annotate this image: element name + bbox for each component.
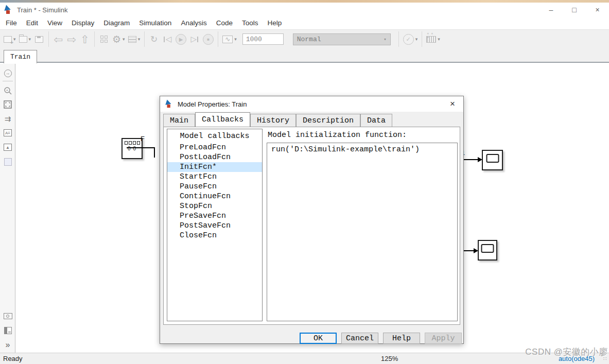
- menu-help[interactable]: Help: [263, 17, 286, 29]
- init-function-editor[interactable]: run('D:\Simulink-example\train'): [267, 143, 458, 321]
- run-button[interactable]: ▶: [174, 31, 188, 47]
- save-button[interactable]: [32, 31, 46, 47]
- image-button[interactable]: ▲: [0, 142, 15, 152]
- dialog-close-button[interactable]: ×: [447, 99, 458, 109]
- list-item-presavefcn[interactable]: PreSaveFcn: [167, 211, 262, 221]
- dialog-button-row: OK Cancel Help Apply: [300, 333, 462, 344]
- menu-display[interactable]: Display: [67, 17, 99, 29]
- list-item-postsavefcn[interactable]: PostSaveFcn: [167, 221, 262, 231]
- list-item-preloadfcn[interactable]: PreLoadFcn: [167, 143, 262, 152]
- chevron-down-icon[interactable]: ▾: [234, 37, 237, 42]
- signal-routing-button[interactable]: ⇉: [0, 114, 15, 124]
- model-config-button[interactable]: ▾: [127, 31, 142, 47]
- tab-train[interactable]: Train: [4, 50, 37, 63]
- simulink-window: Train * - Simulink – □ × File Edit View …: [0, 0, 609, 364]
- step-forward-button[interactable]: ▷: [188, 31, 201, 47]
- stop-button[interactable]: ■: [201, 31, 215, 47]
- up-to-parent-button[interactable]: ⇧: [78, 31, 92, 47]
- chevron-down-icon[interactable]: ▾: [29, 37, 31, 42]
- new-model-icon: [4, 36, 12, 43]
- signal-wire[interactable]: [154, 147, 155, 158]
- chevron-down-icon[interactable]: ▾: [415, 37, 418, 42]
- simulation-mode-select[interactable]: Normal▾: [293, 33, 391, 45]
- tab-description[interactable]: Description: [296, 114, 360, 127]
- dialog-title-bar[interactable]: Model Properties: Train ×: [160, 96, 463, 112]
- scope-block-2[interactable]: [478, 240, 497, 261]
- chevron-down-icon[interactable]: ▾: [123, 37, 125, 42]
- zoom-tool-button[interactable]: +: [0, 85, 15, 96]
- simulation-display-button[interactable]: ∿▾: [221, 31, 238, 47]
- open-model-button[interactable]: ▾: [18, 31, 33, 47]
- build-button[interactable]: ▾: [425, 31, 442, 47]
- help-button[interactable]: Help: [383, 333, 420, 344]
- scope-block-1[interactable]: [482, 150, 503, 170]
- close-button[interactable]: ×: [586, 3, 609, 17]
- step-back-button[interactable]: ◁: [161, 31, 174, 47]
- tab-main[interactable]: Main: [163, 114, 195, 127]
- signal-label-f: F: [141, 135, 145, 143]
- step-back-icon: ◁: [163, 34, 171, 44]
- library-browser-button[interactable]: [97, 31, 111, 47]
- update-diagram-button[interactable]: ↻: [147, 31, 161, 47]
- tab-data[interactable]: Data: [360, 114, 392, 127]
- menu-edit[interactable]: Edit: [22, 17, 43, 29]
- tab-history[interactable]: History: [250, 114, 296, 127]
- list-item-initfcn-selected[interactable]: InitFcn*: [167, 162, 262, 172]
- menu-tools[interactable]: Tools: [237, 17, 263, 29]
- list-item-continuefcn[interactable]: ContinueFcn: [167, 192, 262, 201]
- menu-simulation[interactable]: Simulation: [134, 17, 176, 29]
- sidebar-divider: [3, 81, 13, 81]
- check-circle-icon: ✓: [403, 34, 414, 45]
- maximize-button[interactable]: □: [563, 3, 586, 17]
- menu-analysis[interactable]: Analysis: [176, 17, 211, 29]
- model-browser-button[interactable]: [0, 325, 15, 336]
- hide-browser-button[interactable]: →: [0, 68, 15, 78]
- menu-code[interactable]: Code: [212, 17, 237, 29]
- gear-icon: ⚙: [112, 34, 121, 44]
- back-button[interactable]: ⇦: [51, 31, 65, 47]
- list-item-postloadfcn[interactable]: PostLoadFcn: [167, 152, 262, 162]
- menu-file[interactable]: File: [1, 17, 22, 29]
- screenshot-button[interactable]: [0, 311, 15, 321]
- dialog-title: Model Properties: Train: [178, 100, 247, 108]
- model-settings-button[interactable]: ⚙▾: [111, 31, 127, 47]
- toolbar-separator: [144, 31, 145, 47]
- list-item-pausefcn[interactable]: PauseFcn: [167, 182, 262, 192]
- apply-button: Apply: [425, 333, 462, 344]
- chevron-down-icon[interactable]: ▾: [13, 37, 16, 42]
- menu-view[interactable]: View: [43, 17, 67, 29]
- back-arrow-icon: ⇦: [54, 34, 63, 45]
- stop-time-input[interactable]: [242, 33, 284, 45]
- double-chevron-icon: »: [6, 340, 10, 350]
- forward-button[interactable]: ⇨: [65, 31, 78, 47]
- expand-palette-button[interactable]: »: [0, 340, 15, 350]
- chevron-down-icon[interactable]: ▾: [138, 37, 141, 42]
- cancel-button[interactable]: Cancel: [341, 333, 378, 344]
- status-bar: Ready 125% auto(ode45) ∷: [0, 353, 609, 364]
- build-icon: [426, 36, 436, 43]
- model-callbacks-list[interactable]: Model callbacks PreLoadFcn PostLoadFcn I…: [167, 129, 263, 321]
- area-box-icon: [4, 158, 12, 166]
- signal-wire[interactable]: [464, 159, 479, 160]
- list-item-startfcn[interactable]: StartFcn: [167, 172, 262, 182]
- chevron-down-icon: ▾: [384, 37, 386, 42]
- simulation-mode-value: Normal: [297, 36, 321, 43]
- palette-sidebar: → + ⇉ A≡ ▲ »: [0, 64, 15, 353]
- chevron-down-icon[interactable]: ▾: [438, 37, 440, 42]
- list-item-closefcn[interactable]: CloseFcn: [167, 231, 262, 240]
- model-advisor-button[interactable]: ✓▾: [402, 31, 420, 47]
- new-model-button[interactable]: ▾: [2, 31, 18, 47]
- annotation-button[interactable]: A≡: [0, 128, 15, 138]
- tab-callbacks[interactable]: Callbacks: [195, 112, 250, 127]
- model-properties-dialog: Model Properties: Train × Main Callbacks…: [160, 96, 464, 344]
- minimize-button[interactable]: –: [540, 3, 563, 17]
- area-box-button[interactable]: [0, 157, 15, 167]
- menu-diagram[interactable]: Diagram: [99, 17, 134, 29]
- fit-to-view-button[interactable]: [0, 99, 15, 110]
- display-block-leds: [123, 141, 142, 145]
- display-block[interactable]: 0 0: [121, 138, 143, 159]
- signal-wire[interactable]: [127, 147, 155, 148]
- csdn-watermark: CSDN @安徽的小廖: [525, 346, 608, 358]
- ok-button[interactable]: OK: [300, 333, 337, 344]
- list-item-stopfcn[interactable]: StopFcn: [167, 201, 262, 211]
